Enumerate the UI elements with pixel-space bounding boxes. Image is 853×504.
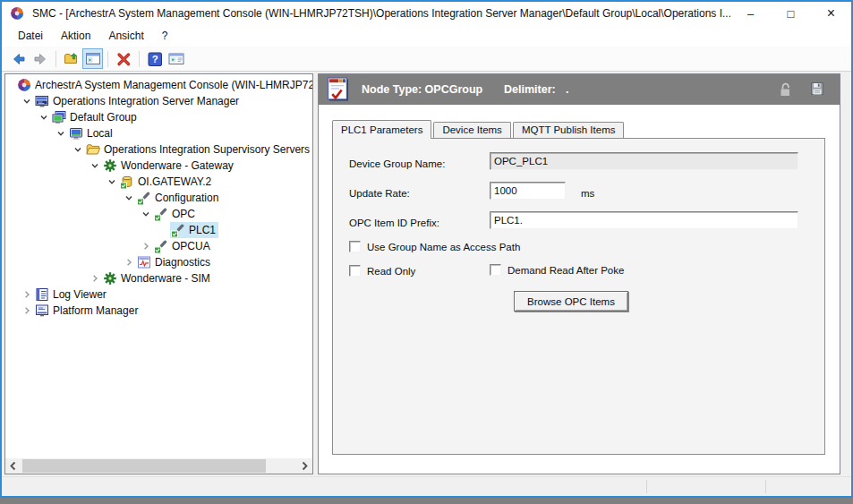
chevron-right-icon[interactable] bbox=[122, 255, 136, 269]
unlock-icon[interactable] bbox=[778, 81, 793, 100]
tab-device-items[interactable]: Device Items bbox=[433, 122, 510, 138]
close-button[interactable]: × bbox=[811, 2, 851, 25]
tree-node: ArchestrA System Management Console (WIN… bbox=[16, 77, 312, 93]
tree-item-default-group[interactable]: Default Group bbox=[5, 109, 312, 125]
device-group-name-label: Device Group Name: bbox=[349, 158, 445, 169]
scroll-right-arrow-icon[interactable] bbox=[297, 458, 312, 474]
tab-mqtt-publish-items[interactable]: MQTT Publish Items bbox=[513, 122, 625, 138]
toolbar-help-icon[interactable]: ? bbox=[144, 48, 166, 70]
chevron-right-icon[interactable] bbox=[139, 239, 153, 253]
read-only-checkbox-row: Read Only bbox=[349, 265, 415, 277]
chevron-down-icon[interactable] bbox=[71, 142, 85, 157]
log-viewer-icon bbox=[35, 287, 49, 302]
delimiter-label: Delimiter: bbox=[504, 83, 556, 96]
config-check-icon bbox=[171, 223, 185, 237]
tree-item-wonderware-gateway[interactable]: Wonderware - Gateway bbox=[5, 158, 312, 174]
tree-item-label: OPC bbox=[171, 208, 198, 221]
chevron-down-icon[interactable] bbox=[122, 191, 136, 205]
tree-item-local[interactable]: Local bbox=[5, 125, 312, 141]
read-only-label: Read Only bbox=[367, 266, 415, 277]
menu-item-[interactable]: ? bbox=[153, 25, 177, 47]
title-bar: SMC - [ArchestrA System Management Conso… bbox=[2, 2, 851, 25]
use-group-name-checkbox[interactable] bbox=[349, 241, 361, 252]
tree-item-plc1[interactable]: PLC1 bbox=[5, 222, 312, 238]
chevron-down-icon[interactable] bbox=[105, 175, 119, 189]
toolbar-separator bbox=[55, 51, 56, 67]
database-check-icon bbox=[120, 175, 134, 189]
node-type-text: Node Type: OPCGroup bbox=[362, 83, 482, 96]
tree-item-wonderware-sim[interactable]: Wonderware - SIM bbox=[5, 270, 312, 286]
tree-item-archestra-system-management-console-win-lhmrjp72tsh[interactable]: ArchestrA System Management Console (WIN… bbox=[5, 77, 312, 93]
opc-item-prefix-input[interactable] bbox=[490, 211, 798, 229]
chevron-down-icon[interactable] bbox=[20, 94, 34, 108]
tree-item-opcua[interactable]: OPCUA bbox=[5, 238, 312, 254]
tree-node: Operations Integration Supervisory Serve… bbox=[85, 141, 312, 158]
tree-node: Default Group bbox=[51, 109, 140, 125]
update-rate-label: Update Rate: bbox=[349, 188, 410, 199]
chevron-down-icon[interactable] bbox=[37, 110, 51, 124]
chevron-down-icon[interactable] bbox=[139, 207, 153, 221]
tree-item-platform-manager[interactable]: Platform Manager bbox=[5, 303, 312, 319]
toolbar-forward-icon[interactable] bbox=[30, 48, 51, 70]
tab-page-plc1-parameters: Device Group Name: Update Rate: ms OPC I… bbox=[332, 138, 825, 455]
tree-item-operations-integration-supervisory-servers[interactable]: Operations Integration Supervisory Serve… bbox=[5, 141, 312, 158]
menu-bar: DateiAktionAnsicht? bbox=[2, 25, 851, 47]
tree-node: Operations Integration Server Manager bbox=[34, 93, 242, 109]
read-only-checkbox[interactable] bbox=[349, 265, 361, 277]
minimize-button[interactable]: – bbox=[730, 2, 771, 25]
tree-node: OPC bbox=[153, 206, 198, 222]
menu-item-aktion[interactable]: Aktion bbox=[52, 25, 99, 47]
update-rate-input[interactable] bbox=[490, 182, 566, 200]
tree-item-label: Diagnostics bbox=[154, 256, 213, 269]
tree-item-label: Wonderware - Gateway bbox=[120, 159, 236, 173]
tab-plc1-parameters[interactable]: PLC1 Parameters bbox=[332, 120, 431, 139]
toolbar-show-console-tree-icon[interactable] bbox=[82, 48, 103, 69]
selected-tree-node: PLC1 bbox=[170, 222, 218, 238]
browse-opc-items-button[interactable]: Browse OPC Items bbox=[514, 291, 628, 312]
save-icon[interactable] bbox=[810, 81, 825, 100]
tree-item-opc[interactable]: OPC bbox=[5, 206, 312, 222]
tree-item-label: PLC1 bbox=[188, 224, 218, 237]
chevron-down-icon[interactable] bbox=[88, 158, 102, 173]
maximize-button[interactable]: □ bbox=[771, 2, 811, 25]
tree-item-label: ArchestrA System Management Console (WIN… bbox=[34, 79, 312, 92]
tree-node: Configuration bbox=[136, 190, 221, 206]
tree-node: OPCUA bbox=[153, 238, 213, 254]
tree-item-operations-integration-server-manager[interactable]: Operations Integration Server Manager bbox=[5, 93, 312, 109]
menu-item-ansicht[interactable]: Ansicht bbox=[99, 25, 152, 47]
chevron-right-icon[interactable] bbox=[20, 287, 34, 302]
toolbar: ? bbox=[2, 47, 851, 72]
toolbar-up-level-icon[interactable] bbox=[61, 48, 82, 70]
update-rate-unit: ms bbox=[581, 188, 594, 199]
tree-item-diagnostics[interactable]: Diagnostics bbox=[5, 254, 312, 270]
server-manager-icon bbox=[35, 94, 49, 108]
scroll-left-arrow-icon[interactable] bbox=[5, 458, 21, 474]
tree-node: OI.GATEWAY.2 bbox=[119, 174, 214, 190]
demand-read-checkbox[interactable] bbox=[490, 264, 501, 276]
tree-item-oi-gateway-2[interactable]: OI.GATEWAY.2 bbox=[5, 174, 312, 190]
main-content: ArchestrA System Management Console (WIN… bbox=[2, 72, 851, 476]
menu-item-datei[interactable]: Datei bbox=[9, 25, 52, 47]
chevron-right-icon[interactable] bbox=[88, 271, 102, 286]
details-panel: Node Type: OPCGroup Delimiter: . PLC1 Pa… bbox=[318, 73, 840, 474]
toolbar-delete-icon[interactable] bbox=[113, 48, 134, 70]
device-group-name-field bbox=[490, 152, 798, 170]
scrollbar-thumb[interactable] bbox=[22, 459, 266, 473]
computer-icon bbox=[69, 126, 83, 141]
demand-read-checkbox-row: Demand Read After Poke bbox=[490, 264, 624, 276]
tree-node: Local bbox=[68, 125, 115, 141]
node-document-icon bbox=[327, 77, 350, 106]
tree-item-label: Log Viewer bbox=[52, 288, 109, 302]
tree-item-log-viewer[interactable]: Log Viewer bbox=[5, 286, 312, 303]
tree-item-configuration[interactable]: Configuration bbox=[5, 190, 312, 206]
horizontal-scrollbar[interactable] bbox=[5, 458, 312, 474]
toolbar-show-panes-icon[interactable] bbox=[166, 48, 187, 70]
smc-logo-icon bbox=[17, 78, 31, 92]
opc-item-prefix-label: OPC Item ID Prefix: bbox=[349, 218, 439, 228]
toolbar-back-icon[interactable] bbox=[8, 48, 30, 70]
computer-group-icon bbox=[52, 110, 66, 124]
tree-node: Diagnostics bbox=[136, 254, 213, 270]
toolbar-separator bbox=[107, 51, 108, 67]
chevron-right-icon[interactable] bbox=[20, 303, 34, 318]
chevron-down-icon[interactable] bbox=[54, 126, 68, 141]
